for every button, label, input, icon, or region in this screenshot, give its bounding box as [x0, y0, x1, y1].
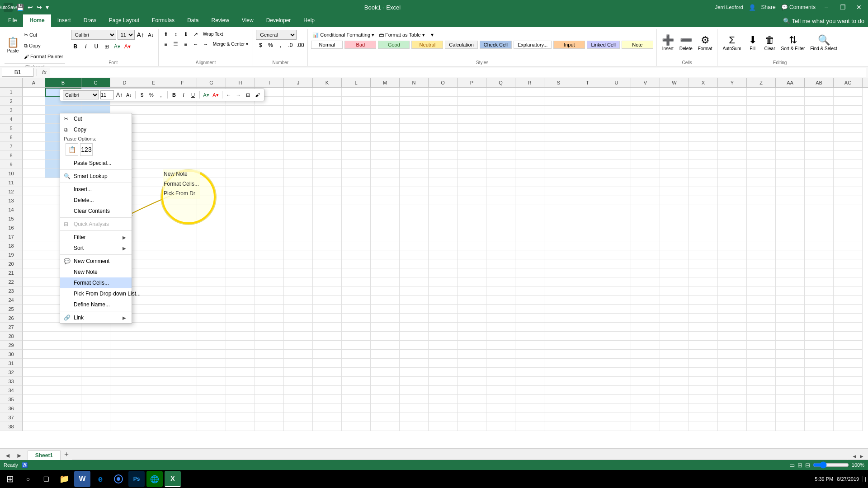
cell-t34[interactable]: [573, 386, 602, 395]
cell-h34[interactable]: [226, 386, 255, 395]
cell-o24[interactable]: [429, 296, 458, 305]
cell-k8[interactable]: [313, 151, 342, 160]
cell-h35[interactable]: [226, 395, 255, 404]
cell-l36[interactable]: [342, 404, 371, 413]
cell-r5[interactable]: [515, 124, 544, 133]
cell-v13[interactable]: [631, 196, 660, 205]
cell-v25[interactable]: [631, 305, 660, 314]
cell-w21[interactable]: [660, 268, 689, 277]
cell-h4[interactable]: [226, 115, 255, 124]
cell-a15[interactable]: [23, 214, 45, 223]
cell-n22[interactable]: [400, 277, 429, 286]
cell-aa38[interactable]: [776, 422, 805, 431]
cell-e31[interactable]: [139, 359, 168, 368]
cell-j9[interactable]: [284, 160, 313, 169]
cell-o22[interactable]: [429, 277, 458, 286]
cell-x30[interactable]: [689, 350, 718, 359]
cell-l16[interactable]: [342, 223, 371, 232]
cell-k18[interactable]: [313, 241, 342, 250]
cell-o16[interactable]: [429, 223, 458, 232]
cell-e27[interactable]: [139, 323, 168, 332]
cell-j32[interactable]: [284, 368, 313, 377]
cell-r26[interactable]: [515, 314, 544, 323]
cell-e3[interactable]: [139, 106, 168, 115]
cell-aa19[interactable]: [776, 250, 805, 259]
cell-j4[interactable]: [284, 115, 313, 124]
cell-j29[interactable]: [284, 341, 313, 350]
cell-e35[interactable]: [139, 395, 168, 404]
cell-w29[interactable]: [660, 341, 689, 350]
cm-insert[interactable]: Insert...: [60, 184, 132, 195]
align-center-btn[interactable]: ☰: [171, 40, 180, 49]
cell-y15[interactable]: [718, 214, 747, 223]
cell-h26[interactable]: [226, 314, 255, 323]
cell-p24[interactable]: [458, 296, 486, 305]
cell-y28[interactable]: [718, 332, 747, 341]
cell-a34[interactable]: [23, 386, 45, 395]
style-input[interactable]: Input: [553, 41, 585, 49]
cell-i32[interactable]: [255, 368, 284, 377]
cell-q32[interactable]: [486, 368, 515, 377]
cell-i33[interactable]: [255, 377, 284, 386]
cell-o33[interactable]: [429, 377, 458, 386]
cell-y1[interactable]: [718, 88, 747, 97]
redo-qat-btn[interactable]: ↪: [36, 3, 43, 12]
cell-o26[interactable]: [429, 314, 458, 323]
cell-g24[interactable]: [197, 296, 226, 305]
cell-u33[interactable]: [602, 377, 631, 386]
decrease-font-btn[interactable]: A↓: [146, 30, 156, 39]
cell-j30[interactable]: [284, 350, 313, 359]
cell-v18[interactable]: [631, 241, 660, 250]
cell-aa33[interactable]: [776, 377, 805, 386]
paste-btn[interactable]: 📋 Paste: [5, 33, 21, 58]
cell-n7[interactable]: [400, 142, 429, 151]
cell-e14[interactable]: [139, 205, 168, 214]
cell-ab28[interactable]: [805, 332, 834, 341]
cell-x18[interactable]: [689, 241, 718, 250]
cell-ac6[interactable]: [834, 133, 863, 142]
cell-r10[interactable]: [515, 169, 544, 178]
col-header-z[interactable]: Z: [747, 78, 776, 87]
cell-l25[interactable]: [342, 305, 371, 314]
cell-e17[interactable]: [139, 232, 168, 241]
row-num-12[interactable]: 12: [0, 187, 23, 196]
row-num-17[interactable]: 17: [0, 232, 23, 241]
cm-cut[interactable]: ✂ Cut: [60, 113, 132, 124]
cell-g5[interactable]: [197, 124, 226, 133]
cell-v28[interactable]: [631, 332, 660, 341]
cell-o21[interactable]: [429, 268, 458, 277]
cell-l8[interactable]: [342, 151, 371, 160]
cell-n13[interactable]: [400, 196, 429, 205]
cell-h36[interactable]: [226, 404, 255, 413]
cell-z25[interactable]: [747, 305, 776, 314]
cell-w5[interactable]: [660, 124, 689, 133]
cell-y30[interactable]: [718, 350, 747, 359]
cell-q8[interactable]: [486, 151, 515, 160]
cell-w1[interactable]: [660, 88, 689, 97]
cell-ac17[interactable]: [834, 232, 863, 241]
cell-i19[interactable]: [255, 250, 284, 259]
cell-f9[interactable]: [168, 160, 197, 169]
cell-x23[interactable]: [689, 286, 718, 296]
cell-w37[interactable]: [660, 413, 689, 422]
cell-n37[interactable]: [400, 413, 429, 422]
cell-i6[interactable]: [255, 133, 284, 142]
cell-aa7[interactable]: [776, 142, 805, 151]
cell-i27[interactable]: [255, 323, 284, 332]
cell-q16[interactable]: [486, 223, 515, 232]
cell-h30[interactable]: [226, 350, 255, 359]
cell-t2[interactable]: [573, 97, 602, 106]
cell-j19[interactable]: [284, 250, 313, 259]
cell-j31[interactable]: [284, 359, 313, 368]
restore-btn[interactable]: ❐: [837, 2, 848, 13]
cell-t12[interactable]: [573, 187, 602, 196]
cell-p34[interactable]: [458, 386, 486, 395]
cell-r27[interactable]: [515, 323, 544, 332]
mt-currency[interactable]: $: [138, 91, 146, 99]
cell-aa31[interactable]: [776, 359, 805, 368]
align-top-btn[interactable]: ⬆: [161, 30, 170, 39]
cell-x17[interactable]: [689, 232, 718, 241]
cell-l5[interactable]: [342, 124, 371, 133]
col-header-k[interactable]: K: [313, 78, 342, 87]
cell-o32[interactable]: [429, 368, 458, 377]
